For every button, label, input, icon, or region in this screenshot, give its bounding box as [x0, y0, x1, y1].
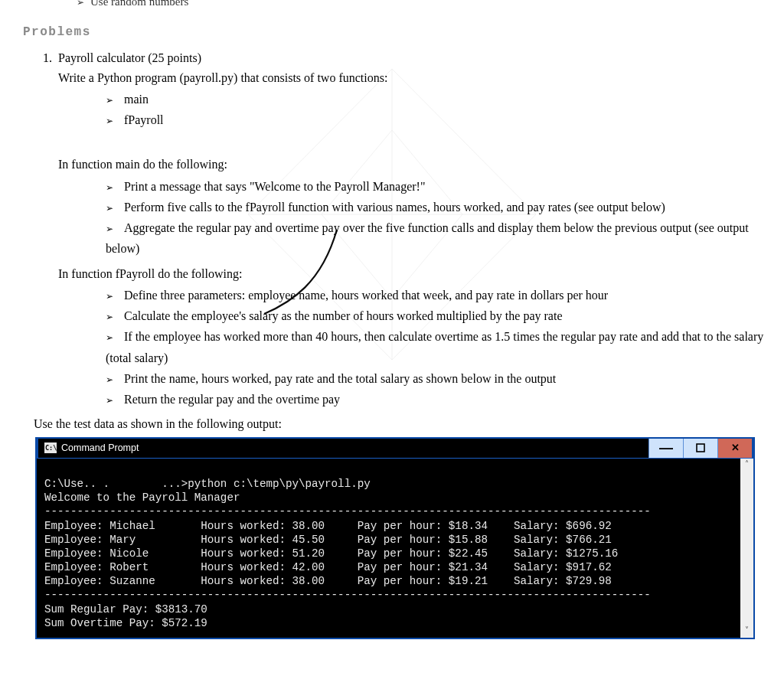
scrollbar[interactable]: ˄ ˅: [740, 459, 753, 638]
fpayroll-step: Return the regular pay and the overtime …: [106, 389, 769, 410]
problem-title: Payroll calculator (25 points): [58, 51, 201, 64]
main-step: Print a message that says "Welcome to th…: [106, 176, 769, 197]
main-steps: Print a message that says "Welcome to th…: [58, 176, 769, 260]
scroll-down-icon[interactable]: ˅: [740, 625, 753, 638]
cutoff-prev-bullet: ➢Use random numbers: [77, 0, 769, 8]
window-title: Command Prompt: [61, 440, 139, 456]
main-step: Perform five calls to the fPayroll funct…: [106, 197, 769, 217]
use-test-line: Use the test data as shown in the follow…: [34, 414, 769, 434]
fpayroll-heading: In function fPayroll do the following:: [58, 264, 769, 284]
fpayroll-step: Calculate the employee's salary as the n…: [106, 305, 769, 326]
problem-1: Payroll calculator (25 points) Write a P…: [55, 48, 769, 639]
maximize-button[interactable]: [683, 439, 717, 458]
fpayroll-step: Print the name, hours worked, pay rate a…: [106, 368, 769, 389]
scroll-up-icon[interactable]: ˄: [740, 459, 753, 472]
close-button[interactable]: ✕: [717, 439, 752, 458]
main-step: Aggregate the regular pay and overtime p…: [106, 217, 769, 259]
svg-rect-0: [697, 444, 704, 452]
problem-intro: Write a Python program (payroll.py) that…: [58, 68, 769, 88]
fpayroll-step: If the employee has worked more than 40 …: [106, 326, 769, 367]
fpayroll-step: Define three parameters: employee name, …: [106, 285, 769, 305]
titlebar: Command Prompt — ✕: [37, 437, 753, 459]
minimize-button[interactable]: —: [648, 439, 683, 458]
func-item: main: [106, 89, 769, 109]
problems-heading: Problems: [23, 25, 769, 39]
cmd-icon: [44, 442, 57, 453]
console-output: C:\Use.. . ...>python c:\temp\py\payroll…: [37, 459, 740, 638]
func-item: fPayroll: [106, 109, 769, 130]
command-prompt-window: Command Prompt — ✕ C:\Use.. . ...>python…: [35, 437, 755, 639]
fpayroll-steps: Define three parameters: employee name, …: [58, 285, 769, 410]
function-list: main fPayroll: [58, 89, 769, 130]
main-heading: In function main do the following:: [58, 155, 769, 175]
